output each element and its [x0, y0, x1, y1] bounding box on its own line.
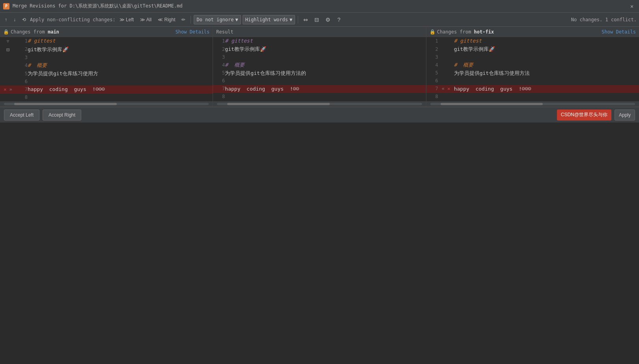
- left-code-3: [28, 54, 213, 61]
- left-ctrl-6: [0, 78, 16, 85]
- align-btn[interactable]: ⇔: [301, 15, 310, 24]
- right-panel-body: 1 # gittest 2 git教学示例库🚀 3: [426, 37, 639, 101]
- apply-all-btn[interactable]: ≫ All: [138, 15, 154, 24]
- right-branch-name: hot-fix: [474, 29, 494, 35]
- left-ln-1: 1: [16, 37, 28, 45]
- right-code-3: [454, 54, 639, 61]
- prev-conflict-btn[interactable]: ↑: [2, 15, 9, 24]
- right-ctrl-6: [438, 77, 454, 85]
- left-code-6: [28, 78, 213, 85]
- right-code-6: [454, 77, 639, 85]
- close-button[interactable]: ×: [628, 2, 636, 10]
- table-row: 5 为学员提供git仓库练习使用方: [0, 70, 213, 78]
- right-ctrl-7[interactable]: « ✕: [438, 85, 454, 93]
- table-row: 5 为学员提供git仓库练习使用方法的: [213, 69, 426, 78]
- accept-right-button[interactable]: Accept Right: [43, 110, 81, 121]
- right-ln-7: 7: [426, 85, 438, 93]
- left-from-label: Changes from: [11, 29, 45, 35]
- table-row: 3: [213, 54, 426, 61]
- table-row: 8: [0, 94, 213, 101]
- csdn-button[interactable]: CSDN@世界尽头与你: [557, 110, 611, 121]
- left-scrollbar[interactable]: [0, 101, 213, 107]
- table-row: 1 # gittest: [213, 37, 426, 45]
- status-text: No changes. 1 conflict.: [571, 17, 637, 22]
- center-ln-6: 6: [213, 77, 225, 85]
- left-lock-icon: 🔒: [3, 29, 9, 35]
- left-branch-name: main: [48, 29, 59, 35]
- left-panel-header: 🔒 Changes from main Show Details: [0, 27, 213, 37]
- window-title: Merge Revisions for D:\系统资源\系统默认\桌面\gitT…: [13, 3, 628, 9]
- right-from-label: Changes from: [437, 29, 471, 35]
- accept-left-button[interactable]: Accept Left: [4, 110, 39, 121]
- left-ln-7: 7: [16, 85, 28, 94]
- right-code-8: [454, 93, 639, 100]
- left-code-2: git教学示例库🚀: [28, 45, 213, 54]
- table-row: 8: [426, 93, 639, 100]
- right-ln-6: 6: [426, 77, 438, 85]
- accept-left-icon[interactable]: »: [9, 87, 12, 92]
- bottom-left-buttons: Accept Left Accept Right: [4, 110, 81, 121]
- center-code-5: 为学员提供git仓库练习使用方法的: [225, 69, 426, 78]
- right-ln-4: 4: [426, 61, 438, 69]
- left-show-details[interactable]: Show Details: [176, 29, 210, 35]
- help-btn[interactable]: ?: [334, 15, 344, 24]
- table-row: 4 # 概要: [0, 61, 213, 70]
- right-code-1: # gittest: [454, 37, 639, 45]
- table-row: ⊟ 2 git教学示例库🚀: [0, 45, 213, 54]
- right-scrollbar[interactable]: [426, 101, 639, 107]
- settings-btn[interactable]: ⚙: [323, 15, 333, 24]
- right-ctrl-1: [438, 37, 454, 45]
- left-code-8: [28, 94, 213, 101]
- left-ctrl-7[interactable]: ✕ »: [0, 85, 16, 94]
- left-panel-body: ▽ 1 # gittest ⊟ 2 git教学示例库🚀 3: [0, 37, 213, 101]
- right-lock-icon: 🔒: [430, 29, 435, 35]
- center-code-4: # 概要: [225, 61, 426, 69]
- left-ln-4: 4: [16, 61, 28, 70]
- left-ctrl-2[interactable]: ⊟: [0, 45, 16, 54]
- center-code-6: [225, 77, 426, 85]
- panels-wrapper: 🔒 Changes from main Show Details ▽ 1 # g…: [0, 27, 639, 107]
- table-row: 3: [0, 54, 213, 61]
- right-code-5: 为学员提供git仓库练习使用方法: [454, 69, 639, 78]
- table-row: 3: [426, 54, 639, 61]
- right-ctrl-5: [438, 69, 454, 78]
- table-row: 4 # 概要: [426, 61, 639, 69]
- left-ctrl-4: [0, 61, 16, 70]
- table-row: ▽ 1 # gittest: [0, 37, 213, 45]
- split-btn[interactable]: ⊟: [312, 15, 321, 24]
- reject-right-icon[interactable]: ✕: [447, 86, 450, 91]
- title-bar: P Merge Revisions for D:\系统资源\系统默认\桌面\gi…: [0, 0, 639, 13]
- magic-wand-btn[interactable]: ⟲: [20, 15, 28, 24]
- toolbar: ↑ ↓ ⟲ Apply non-conflicting changes: ≫ L…: [0, 13, 639, 27]
- left-code-4: # 概要: [28, 61, 213, 70]
- left-ln-2: 2: [16, 45, 28, 54]
- left-code-1: # gittest: [28, 37, 213, 45]
- reject-left-icon[interactable]: ✕: [4, 87, 6, 92]
- table-row: ✕ » 7 happy coding guys !☺☺☺: [0, 85, 213, 94]
- right-diff-table: 1 # gittest 2 git教学示例库🚀 3: [426, 37, 639, 101]
- next-conflict-btn[interactable]: ↓: [11, 15, 18, 24]
- center-ln-7: 7: [213, 85, 225, 93]
- highlight-dropdown[interactable]: Highlight words ▼: [243, 15, 295, 24]
- center-panel-body: 1 # gittest 2 git教学示例库🚀 3 4 # 概要: [213, 37, 426, 101]
- center-diff-table: 1 # gittest 2 git教学示例库🚀 3 4 # 概要: [213, 37, 426, 101]
- right-show-details[interactable]: Show Details: [602, 29, 636, 35]
- table-row: 8: [213, 93, 426, 100]
- left-ctrl-1[interactable]: ▽: [0, 37, 16, 45]
- right-ln-8: 8: [426, 93, 438, 100]
- app-icon: P: [3, 3, 9, 9]
- ignore-dropdown[interactable]: Do not ignore ▼: [194, 15, 241, 24]
- center-result-label: Result: [216, 29, 233, 35]
- left-ctrl-8: [0, 94, 16, 101]
- accept-right-icon[interactable]: «: [442, 86, 445, 91]
- apply-right-btn[interactable]: ≪ Right: [155, 15, 178, 24]
- left-code-5: 为学员提供git仓库练习使用方: [28, 70, 213, 78]
- edit-btn[interactable]: ✏: [179, 15, 188, 24]
- right-ctrl-2: [438, 45, 454, 54]
- left-diff-table: ▽ 1 # gittest ⊟ 2 git教学示例库🚀 3: [0, 37, 213, 101]
- apply-button[interactable]: Apply: [615, 110, 635, 121]
- apply-left-btn[interactable]: ≫ Left: [117, 15, 136, 24]
- center-panel: Result 1 # gittest 2 git教学示例库🚀 3: [213, 27, 426, 107]
- center-code-8: [225, 93, 426, 100]
- center-scrollbar[interactable]: [213, 101, 426, 107]
